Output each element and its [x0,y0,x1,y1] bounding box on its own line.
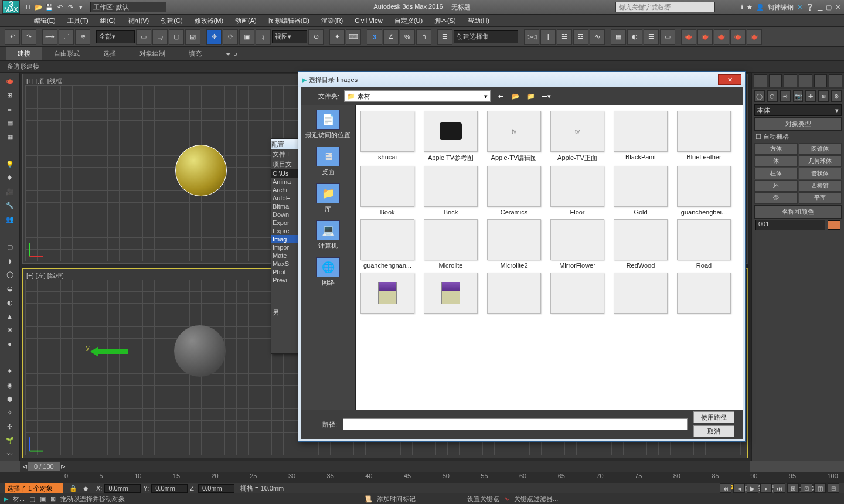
script-icon[interactable]: 📜 [364,495,372,503]
create-object-button[interactable]: 壶 [754,192,798,204]
ribbon-tab[interactable]: 填充 [177,47,213,60]
left-tool-icon[interactable]: ◒ [2,282,18,295]
file-item[interactable]: MirrorFlower [548,219,607,269]
modify-tab-icon[interactable] [769,74,782,87]
menu-item[interactable]: 脚本(S) [428,16,462,25]
track-bar[interactable]: 0510152025303540455055606570758085909510… [0,472,844,483]
infocenter-icon[interactable]: ℹ [741,4,743,11]
menu-item[interactable]: 修改器(M) [189,16,230,25]
schematic-icon[interactable]: ▦ [611,29,626,45]
time-slider-knob[interactable]: 0 / 100 [28,462,60,471]
iso-icon[interactable]: ◆ [83,485,88,492]
places-item[interactable]: 🖥桌面 [304,145,353,180]
help-icon[interactable]: ❔ [806,4,814,11]
goto-end-icon[interactable]: ⏭ [774,483,785,493]
star-icon[interactable]: ★ [747,4,753,11]
file-item[interactable]: shucai [358,111,417,162]
display-tab-icon[interactable] [814,74,828,87]
redo-button[interactable]: ↷ [21,29,36,45]
file-item[interactable]: RedWood [611,219,670,269]
layer-icon[interactable]: ☱ [557,29,572,45]
left-tool-icon[interactable]: ✦ [2,365,18,378]
percent-snap-icon[interactable]: % [400,29,415,45]
win1-icon[interactable]: ▢ [29,495,35,503]
close-icon[interactable]: ✕ [835,4,840,11]
bind-icon[interactable]: ≋ [75,29,90,45]
create-object-button[interactable]: 四棱锥 [799,180,842,192]
render-prod-icon[interactable]: 🫖 [681,29,696,45]
file-item[interactable] [485,273,543,315]
light-icon[interactable]: ☀ [780,90,791,102]
sphere-top[interactable] [175,145,227,196]
new-icon[interactable]: 🗋 [23,2,33,12]
file-item[interactable]: Floor [548,166,607,216]
file-list[interactable]: shucaiApple TV参考图 tvApple-TV编辑图 tvApple-… [356,105,743,410]
align-icon[interactable]: ‖ [540,29,556,45]
file-item[interactable] [611,273,670,315]
util-tab-icon[interactable] [829,74,842,87]
sys-icon[interactable]: ⚙ [831,90,842,102]
win2-icon[interactable]: ▣ [40,495,46,503]
keyfilter-button[interactable]: 关键点过滤器... [514,495,558,503]
named-sel-field[interactable]: 创建选择集 [454,30,518,43]
viewmenu-icon[interactable]: ☰▾ [541,91,552,101]
app-logo[interactable]: MAX [2,0,20,14]
helper-icon[interactable]: ✚ [805,90,816,102]
menu-item[interactable]: 视图(V) [122,16,155,25]
ref-coord[interactable]: 视图 ▾ [272,30,307,43]
menu-item[interactable]: Civil View [349,17,388,24]
user-icon[interactable]: 👤 [756,4,764,11]
rendered-frame-icon[interactable]: ▭ [660,29,675,45]
prev-frame-icon[interactable]: ◂ [733,483,745,493]
cmd-category-row[interactable]: ◯⬡☀📷✚≋⚙ [752,89,844,103]
left-tool-icon[interactable]: ☀ [2,323,18,336]
file-item[interactable]: Apple TV参考图 [421,111,480,162]
nav-4-icon[interactable]: ⊟ [828,483,839,493]
sphere-left[interactable] [174,325,226,377]
file-item[interactable]: Microlite [421,219,480,269]
kbd-icon[interactable]: ⌨ [346,29,361,45]
places-item[interactable]: 📁库 [304,182,353,217]
cancel-button[interactable]: 取消 [693,425,734,437]
left-tool-icon[interactable]: ◐ [2,296,18,309]
left-tool-icon[interactable]: ● [2,338,18,350]
mirror-icon[interactable]: ▷◁ [524,29,539,45]
left-tool-icon[interactable]: ⬢ [2,393,18,406]
places-item[interactable]: 💻计算机 [304,219,353,254]
left-tool-icon[interactable]: ✢ [2,420,18,433]
move-icon[interactable]: ✥ [206,29,222,45]
file-item[interactable] [675,273,733,315]
menu-item[interactable]: 渲染(R) [315,16,349,25]
next-frame-icon[interactable]: ▸ [760,483,772,493]
rotate-icon[interactable]: ⟳ [223,29,238,45]
save-icon[interactable]: 💾 [45,2,54,12]
min-icon[interactable]: ▁ [818,4,822,11]
geom-icon[interactable]: ◯ [754,90,765,102]
cmd-panel-tabs[interactable] [752,73,844,89]
left-tool-icon[interactable]: ▲ [2,310,18,323]
select-name-icon[interactable]: ▭̩ [152,29,168,45]
file-item[interactable]: Road [675,219,733,269]
render-setup-icon[interactable]: ☰ [644,29,659,45]
ribbon-tab[interactable]: 自由形式 [42,47,91,60]
file-item[interactable]: tvApple-TV编辑图 [485,111,543,162]
create-object-button[interactable]: 柱体 [754,168,798,179]
menu-item[interactable]: 工具(T) [62,16,94,25]
menu-item[interactable]: 创建(C) [155,16,188,25]
back-icon[interactable]: ⬅ [495,91,506,101]
file-item[interactable]: tvApple-TV正面 [548,111,607,162]
shape-icon[interactable]: ⬡ [767,90,778,102]
pivot-icon[interactable]: ⊙ [308,29,324,45]
create-object-button[interactable]: 体 [754,155,798,167]
spinner-snap-icon[interactable]: ⋔ [416,29,431,45]
file-item[interactable]: Gold [611,166,670,216]
file-item[interactable] [358,273,417,315]
material-editor-icon[interactable]: ◐ [627,29,642,45]
file-item[interactable]: guanchengnan... [358,219,417,269]
cam-icon[interactable]: 📷 [793,90,804,102]
goto-start-icon[interactable]: ⏮ [720,483,731,493]
window-cross-icon[interactable]: ▧ [185,29,200,45]
create-object-button[interactable]: 几何球体 [799,155,842,167]
undo-icon[interactable]: ↶ [55,2,64,12]
restore-icon[interactable]: ▢ [826,4,832,11]
